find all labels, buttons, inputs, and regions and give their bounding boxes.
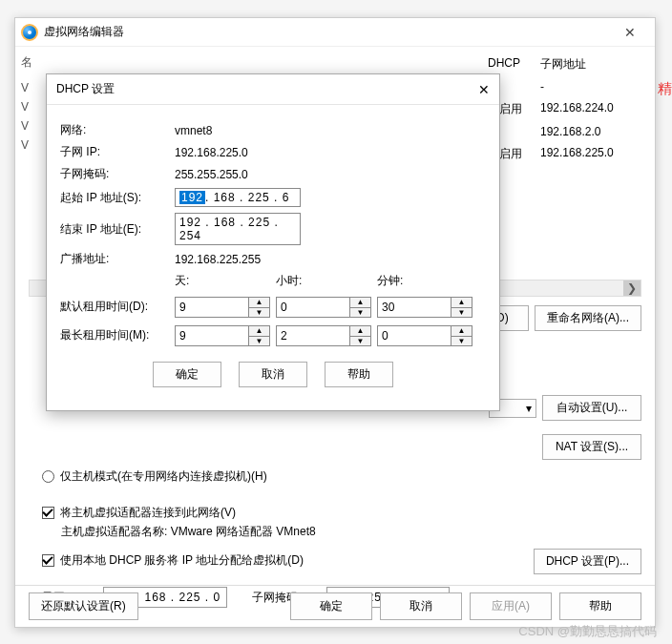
modal-title: DHCP 设置: [56, 81, 115, 97]
start-ip-input[interactable]: 192. 168 . 225 . 6: [175, 188, 301, 207]
spin-up-icon[interactable]: ▲: [350, 298, 370, 308]
cell-subnet: 192.168.225.0: [536, 142, 641, 166]
hours-header: 小时:: [276, 273, 377, 289]
mask-label: 子网掩码:: [60, 166, 175, 182]
help-button-main[interactable]: 帮助: [559, 592, 641, 620]
hostonly-label: 仅主机模式(在专用网络内连接虚拟机)(H): [60, 468, 267, 485]
title-bar: 虚拟网络编辑器 ✕: [15, 18, 655, 47]
spin-up-icon[interactable]: ▲: [452, 298, 472, 308]
adapter-name-row: 主机虚拟适配器名称: VMware 网络适配器 VMnet8: [61, 524, 316, 540]
def-hours-spinner[interactable]: ▲▼: [276, 297, 371, 318]
network-label: 网络:: [60, 122, 175, 138]
dhcp-settings-button[interactable]: DHCP 设置(P)...: [534, 549, 641, 574]
close-icon[interactable]: ✕: [478, 82, 490, 97]
cancel-button-main[interactable]: 取消: [380, 592, 462, 620]
max-lease-label: 最长租用时间(M):: [60, 327, 175, 343]
connect-adapter-label: 将主机虚拟适配器连接到此网络(V): [60, 505, 236, 521]
nat-settings-button[interactable]: NAT 设置(S)...: [542, 434, 641, 460]
bcast-label: 广播地址:: [60, 251, 175, 267]
mask-value: 255.255.255.0: [175, 168, 248, 181]
adapter-name-label: 主机虚拟适配器名称:: [61, 525, 167, 538]
checkbox-icon[interactable]: [42, 554, 54, 567]
max-min-spinner[interactable]: ▲▼: [377, 325, 472, 346]
window-title: 虚拟网络编辑器: [44, 24, 124, 40]
spin-down-icon[interactable]: ▼: [249, 337, 269, 346]
cell-subnet: 192.168.2.0: [536, 121, 641, 142]
network-value: vmnet8: [175, 124, 212, 137]
spin-up-icon[interactable]: ▲: [350, 326, 370, 337]
help-button[interactable]: 帮助: [325, 362, 393, 387]
spin-down-icon[interactable]: ▼: [249, 308, 269, 318]
cell-subnet: -: [536, 76, 641, 97]
use-dhcp-label: 使用本地 DHCP 服务将 IP 地址分配给虚拟机(D): [60, 552, 304, 569]
def-min-input[interactable]: [378, 298, 451, 317]
def-lease-label: 默认租用时间(D):: [60, 299, 175, 315]
max-days-input[interactable]: [176, 326, 248, 345]
bottom-bar: 还原默认设置(R) 确定 取消 应用(A) 帮助: [15, 585, 655, 627]
connect-adapter-row[interactable]: 将主机虚拟适配器连接到此网络(V): [42, 505, 236, 521]
max-hours-input[interactable]: [277, 326, 349, 345]
radio-icon[interactable]: [42, 470, 54, 483]
def-hours-input[interactable]: [277, 298, 349, 317]
side-v: V: [21, 138, 29, 152]
cancel-button[interactable]: 取消: [239, 362, 307, 387]
max-days-spinner[interactable]: ▲▼: [175, 325, 270, 346]
spin-up-icon[interactable]: ▲: [249, 326, 269, 337]
side-v: V: [21, 81, 29, 94]
def-days-spinner[interactable]: ▲▼: [175, 297, 270, 318]
def-min-spinner[interactable]: ▲▼: [377, 297, 472, 318]
scroll-right-icon[interactable]: ❯: [623, 280, 640, 296]
spin-up-icon[interactable]: ▲: [452, 326, 472, 337]
days-header: 天:: [175, 273, 276, 289]
end-ip-label: 结束 IP 地址(E):: [60, 221, 175, 238]
use-dhcp-row[interactable]: 使用本地 DHCP 服务将 IP 地址分配给虚拟机(D): [42, 552, 304, 569]
modal-title-bar: DHCP 设置 ✕: [47, 74, 499, 105]
subnet-ip-label: 子网 IP:: [60, 144, 175, 160]
max-min-input[interactable]: [378, 326, 451, 345]
spin-down-icon[interactable]: ▼: [350, 308, 370, 318]
spin-up-icon[interactable]: ▲: [249, 298, 269, 308]
subnet-ip-value: 192.168.225.0: [175, 146, 248, 159]
hostonly-radio-row[interactable]: 仅主机模式(在专用网络内连接虚拟机)(H): [42, 468, 267, 485]
ok-button-main[interactable]: 确定: [290, 592, 372, 620]
dhcp-settings-dialog: DHCP 设置 ✕ 网络:vmnet8 子网 IP:192.168.225.0 …: [46, 73, 500, 411]
restore-defaults-button[interactable]: 还原默认设置(R): [29, 592, 138, 620]
end-ip-input[interactable]: 192 . 168 . 225 . 254: [175, 213, 301, 245]
cell-subnet: 192.168.224.0: [536, 97, 641, 121]
start-ip-label: 起始 IP 地址(S):: [60, 190, 175, 206]
spin-down-icon[interactable]: ▼: [350, 337, 370, 346]
minutes-header: 分钟:: [377, 273, 478, 289]
virtual-network-editor-window: 虚拟网络编辑器 ✕ 名 V V V V DHCP 子网地址 - 已启用192.1…: [14, 17, 656, 628]
watermark: CSDN @勤勤恳恳搞代码: [518, 623, 657, 640]
ok-button[interactable]: 确定: [153, 362, 221, 387]
col-subnet-header: 子网地址: [536, 52, 641, 76]
side-v: V: [21, 119, 29, 133]
adapter-name-value: VMware 网络适配器 VMnet8: [171, 525, 316, 538]
rename-network-button[interactable]: 重命名网络(A)...: [535, 305, 641, 331]
close-icon[interactable]: ✕: [611, 25, 649, 40]
auto-settings-button[interactable]: 自动设置(U)...: [542, 395, 641, 421]
chevron-down-icon: ▾: [526, 402, 532, 415]
vmware-logo-icon: [21, 24, 38, 41]
start-ip-selected: 192: [179, 191, 205, 204]
def-days-input[interactable]: [176, 298, 248, 317]
start-ip-rest: . 168 . 225 . 6: [205, 191, 289, 204]
spin-down-icon[interactable]: ▼: [452, 337, 472, 346]
bcast-value: 192.168.225.255: [175, 253, 261, 266]
network-table-right: DHCP 子网地址 - 已启用192.168.224.0 192.168.2.0…: [484, 81, 641, 166]
side-v: V: [21, 100, 29, 114]
bg-mark: 精: [658, 80, 672, 98]
max-hours-spinner[interactable]: ▲▼: [276, 325, 371, 346]
col-name-header: 名: [21, 54, 32, 71]
spin-down-icon[interactable]: ▼: [452, 308, 472, 318]
apply-button[interactable]: 应用(A): [470, 592, 552, 620]
checkbox-icon[interactable]: [42, 507, 54, 519]
